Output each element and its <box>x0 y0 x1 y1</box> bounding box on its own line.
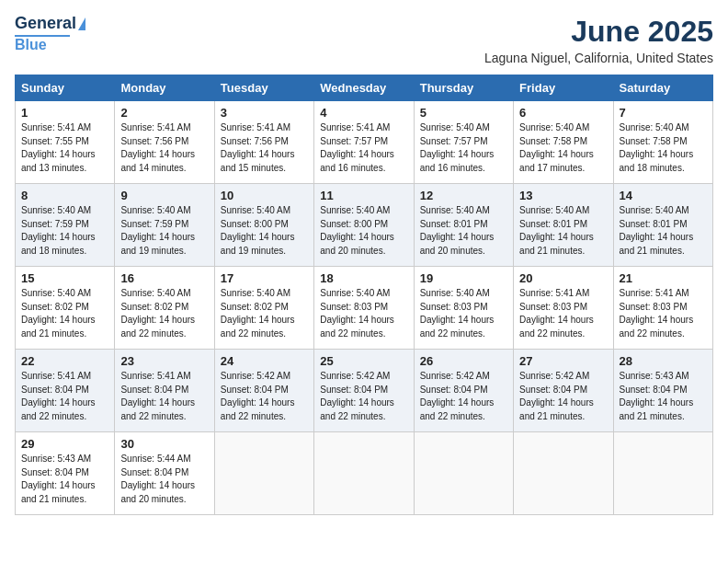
day-info: Sunrise: 5:43 AM Sunset: 8:04 PM Dayligh… <box>21 453 108 506</box>
weekday-header-thursday: Thursday <box>414 75 513 101</box>
weekday-header-sunday: Sunday <box>16 75 115 101</box>
day-number: 20 <box>519 271 607 285</box>
calendar-day-cell: 19Sunrise: 5:40 AM Sunset: 8:03 PM Dayli… <box>414 267 513 350</box>
calendar-day-cell: 26Sunrise: 5:42 AM Sunset: 8:04 PM Dayli… <box>414 350 513 432</box>
day-info: Sunrise: 5:40 AM Sunset: 7:58 PM Dayligh… <box>620 121 707 175</box>
day-number: 29 <box>21 437 108 451</box>
day-number: 18 <box>320 271 407 285</box>
calendar-day-cell: 18Sunrise: 5:40 AM Sunset: 8:03 PM Dayli… <box>314 267 414 350</box>
day-number: 2 <box>120 106 208 120</box>
day-info: Sunrise: 5:40 AM Sunset: 8:03 PM Dayligh… <box>420 287 507 340</box>
header: General Blue June 2025 Laguna Niguel, Ca… <box>15 15 713 65</box>
calendar-week-row: 15Sunrise: 5:40 AM Sunset: 8:02 PM Dayli… <box>16 267 713 350</box>
empty-cell <box>314 432 414 515</box>
calendar-day-cell: 6Sunrise: 5:40 AM Sunset: 7:58 PM Daylig… <box>514 101 613 184</box>
calendar-week-row: 1Sunrise: 5:41 AM Sunset: 7:55 PM Daylig… <box>16 101 713 184</box>
day-number: 5 <box>420 106 507 120</box>
logo-text-blue: Blue <box>15 37 47 53</box>
weekday-header-friday: Friday <box>514 75 613 101</box>
day-info: Sunrise: 5:42 AM Sunset: 8:04 PM Dayligh… <box>320 370 407 423</box>
weekday-header-row: SundayMondayTuesdayWednesdayThursdayFrid… <box>16 75 713 101</box>
weekday-header-monday: Monday <box>115 75 214 101</box>
day-info: Sunrise: 5:40 AM Sunset: 8:01 PM Dayligh… <box>519 204 607 258</box>
logo-triangle-icon <box>78 17 85 30</box>
calendar-day-cell: 20Sunrise: 5:41 AM Sunset: 8:03 PM Dayli… <box>514 267 613 350</box>
location-title: Laguna Niguel, California, United States <box>484 51 713 65</box>
day-info: Sunrise: 5:40 AM Sunset: 8:02 PM Dayligh… <box>21 287 108 340</box>
day-number: 12 <box>420 189 507 202</box>
month-title: June 2025 <box>484 15 713 49</box>
calendar-day-cell: 3Sunrise: 5:41 AM Sunset: 7:56 PM Daylig… <box>214 101 313 184</box>
calendar-day-cell: 24Sunrise: 5:42 AM Sunset: 8:04 PM Dayli… <box>214 350 313 432</box>
day-number: 27 <box>519 354 607 368</box>
day-number: 9 <box>120 189 208 202</box>
calendar-day-cell: 1Sunrise: 5:41 AM Sunset: 7:55 PM Daylig… <box>16 101 115 184</box>
empty-cell <box>613 432 712 515</box>
calendar-day-cell: 8Sunrise: 5:40 AM Sunset: 7:59 PM Daylig… <box>16 184 115 267</box>
day-info: Sunrise: 5:40 AM Sunset: 8:02 PM Dayligh… <box>120 287 208 340</box>
day-number: 7 <box>620 106 707 120</box>
day-info: Sunrise: 5:41 AM Sunset: 8:03 PM Dayligh… <box>519 287 607 340</box>
day-info: Sunrise: 5:41 AM Sunset: 8:03 PM Dayligh… <box>620 287 707 340</box>
empty-cell <box>414 432 513 515</box>
empty-cell <box>214 432 313 515</box>
day-number: 17 <box>221 271 308 285</box>
day-number: 4 <box>320 106 407 120</box>
day-info: Sunrise: 5:40 AM Sunset: 7:59 PM Dayligh… <box>21 204 108 258</box>
calendar-table: SundayMondayTuesdayWednesdayThursdayFrid… <box>15 75 713 515</box>
day-info: Sunrise: 5:41 AM Sunset: 7:55 PM Dayligh… <box>21 121 108 175</box>
calendar-week-row: 22Sunrise: 5:41 AM Sunset: 8:04 PM Dayli… <box>16 350 713 432</box>
day-info: Sunrise: 5:41 AM Sunset: 7:56 PM Dayligh… <box>221 121 308 175</box>
day-info: Sunrise: 5:43 AM Sunset: 8:04 PM Dayligh… <box>620 370 707 423</box>
day-number: 24 <box>221 354 308 368</box>
day-info: Sunrise: 5:40 AM Sunset: 8:00 PM Dayligh… <box>221 204 308 258</box>
day-number: 8 <box>21 189 108 202</box>
day-number: 10 <box>221 189 308 202</box>
calendar-day-cell: 29Sunrise: 5:43 AM Sunset: 8:04 PM Dayli… <box>16 432 115 515</box>
calendar-day-cell: 13Sunrise: 5:40 AM Sunset: 8:01 PM Dayli… <box>514 184 613 267</box>
calendar-day-cell: 27Sunrise: 5:42 AM Sunset: 8:04 PM Dayli… <box>514 350 613 432</box>
day-number: 11 <box>320 189 407 202</box>
calendar-week-row: 29Sunrise: 5:43 AM Sunset: 8:04 PM Dayli… <box>16 432 713 515</box>
calendar-day-cell: 25Sunrise: 5:42 AM Sunset: 8:04 PM Dayli… <box>314 350 414 432</box>
calendar-day-cell: 12Sunrise: 5:40 AM Sunset: 8:01 PM Dayli… <box>414 184 513 267</box>
day-number: 21 <box>620 271 707 285</box>
day-number: 16 <box>120 271 208 285</box>
day-number: 13 <box>519 189 607 202</box>
calendar-day-cell: 7Sunrise: 5:40 AM Sunset: 7:58 PM Daylig… <box>613 101 712 184</box>
day-info: Sunrise: 5:41 AM Sunset: 8:04 PM Dayligh… <box>120 370 208 423</box>
day-number: 1 <box>21 106 108 120</box>
calendar-day-cell: 2Sunrise: 5:41 AM Sunset: 7:56 PM Daylig… <box>115 101 214 184</box>
calendar-day-cell: 5Sunrise: 5:40 AM Sunset: 7:57 PM Daylig… <box>414 101 513 184</box>
day-number: 26 <box>420 354 507 368</box>
logo: General Blue <box>15 15 85 52</box>
weekday-header-saturday: Saturday <box>613 75 712 101</box>
day-info: Sunrise: 5:40 AM Sunset: 8:01 PM Dayligh… <box>420 204 507 258</box>
day-number: 14 <box>620 189 707 202</box>
calendar-day-cell: 16Sunrise: 5:40 AM Sunset: 8:02 PM Dayli… <box>115 267 214 350</box>
calendar-week-row: 8Sunrise: 5:40 AM Sunset: 7:59 PM Daylig… <box>16 184 713 267</box>
day-number: 6 <box>519 106 607 120</box>
day-info: Sunrise: 5:40 AM Sunset: 7:57 PM Dayligh… <box>420 121 507 175</box>
day-number: 19 <box>420 271 507 285</box>
day-info: Sunrise: 5:40 AM Sunset: 8:02 PM Dayligh… <box>221 287 308 340</box>
calendar-day-cell: 10Sunrise: 5:40 AM Sunset: 8:00 PM Dayli… <box>214 184 313 267</box>
day-number: 28 <box>620 354 707 368</box>
day-info: Sunrise: 5:41 AM Sunset: 8:04 PM Dayligh… <box>21 370 108 423</box>
title-area: June 2025 Laguna Niguel, California, Uni… <box>484 15 713 65</box>
logo-text-general: General <box>15 15 76 33</box>
weekday-header-wednesday: Wednesday <box>314 75 414 101</box>
day-info: Sunrise: 5:44 AM Sunset: 8:04 PM Dayligh… <box>120 453 208 506</box>
calendar-day-cell: 15Sunrise: 5:40 AM Sunset: 8:02 PM Dayli… <box>16 267 115 350</box>
calendar-day-cell: 9Sunrise: 5:40 AM Sunset: 7:59 PM Daylig… <box>115 184 214 267</box>
day-number: 22 <box>21 354 108 368</box>
day-number: 3 <box>221 106 308 120</box>
day-info: Sunrise: 5:42 AM Sunset: 8:04 PM Dayligh… <box>420 370 507 423</box>
calendar-day-cell: 4Sunrise: 5:41 AM Sunset: 7:57 PM Daylig… <box>314 101 414 184</box>
day-info: Sunrise: 5:40 AM Sunset: 8:00 PM Dayligh… <box>320 204 407 258</box>
day-info: Sunrise: 5:41 AM Sunset: 7:56 PM Dayligh… <box>120 121 208 175</box>
calendar-day-cell: 11Sunrise: 5:40 AM Sunset: 8:00 PM Dayli… <box>314 184 414 267</box>
calendar-day-cell: 22Sunrise: 5:41 AM Sunset: 8:04 PM Dayli… <box>16 350 115 432</box>
calendar-day-cell: 23Sunrise: 5:41 AM Sunset: 8:04 PM Dayli… <box>115 350 214 432</box>
day-info: Sunrise: 5:42 AM Sunset: 8:04 PM Dayligh… <box>519 370 607 423</box>
